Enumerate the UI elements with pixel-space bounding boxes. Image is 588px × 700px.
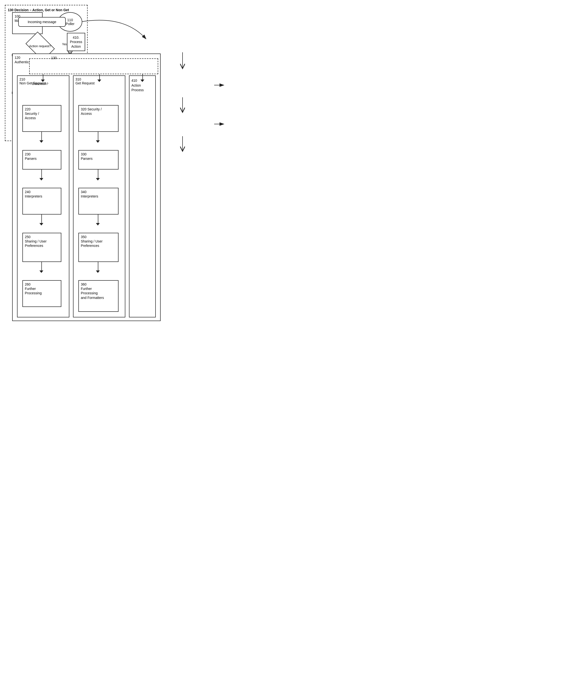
incoming-message-box: Incoming message: [18, 17, 66, 27]
parsers-230-box: 230Parsers: [22, 150, 61, 170]
130-inner-label: 130: [51, 56, 57, 60]
incoming-message-label: Incoming message: [28, 20, 56, 24]
non-get-col: 210Non Get Request 220Security /Access 2…: [17, 75, 69, 317]
parsers-330-label: 330Parsers: [81, 152, 92, 161]
sharing-350-label: 350Sharing / UserPreferences: [81, 235, 102, 248]
sec-access-320-box: 320 Security /Access: [78, 105, 118, 132]
sharing-250-label: 250Sharing / UserPreferences: [25, 235, 46, 248]
parsers-330-box: 330Parsers: [78, 150, 118, 170]
decision-130-label: 130 Decision – Action, Get or Non Get: [8, 8, 69, 12]
action-request-label: Action request?: [29, 44, 51, 48]
interpreters-340-box: 340Interpreters: [78, 188, 118, 215]
further-360-label: 360FurtherProcessingand Formatters: [81, 282, 104, 300]
action-process-col: 410ActionProcess: [129, 75, 156, 317]
interpreters-340-label: 340Interpreters: [81, 190, 98, 198]
interpreters-240-label: 240Interpreters: [25, 190, 42, 198]
process-action-label: 410.Process Action: [69, 35, 83, 49]
sec-access-220-label: 220Security /Access: [25, 107, 39, 120]
poller-label: 110Poller: [66, 18, 74, 26]
yes-label-action: Yes: [62, 43, 67, 46]
process-action-box: 410.Process Action: [67, 33, 85, 51]
parsers-230-label: 230Parsers: [25, 152, 36, 161]
sharing-250-box: 250Sharing / UserPreferences: [22, 233, 61, 262]
interpreters-240-box: 240Interpreters: [22, 188, 61, 215]
diagram-container: 100Mail Receiver 110Poller 130 Decision …: [5, 5, 238, 333]
sec-access-320-label: 320 Security /Access: [81, 107, 102, 116]
130-flow-box: [29, 58, 158, 74]
get-request-col: 310Get Request 320 Security /Access 330P…: [73, 75, 125, 317]
sharing-350-box: 350Sharing / UserPreferences: [78, 233, 118, 262]
further-260-label: 260FurtherProcessing: [25, 282, 42, 295]
further-260-box: 260FurtherProcessing: [22, 280, 61, 307]
further-360-box: 360FurtherProcessingand Formatters: [78, 280, 118, 312]
sec-access-220-box: 220Security /Access: [22, 105, 61, 132]
get-request-header: 310Get Request: [75, 77, 95, 85]
